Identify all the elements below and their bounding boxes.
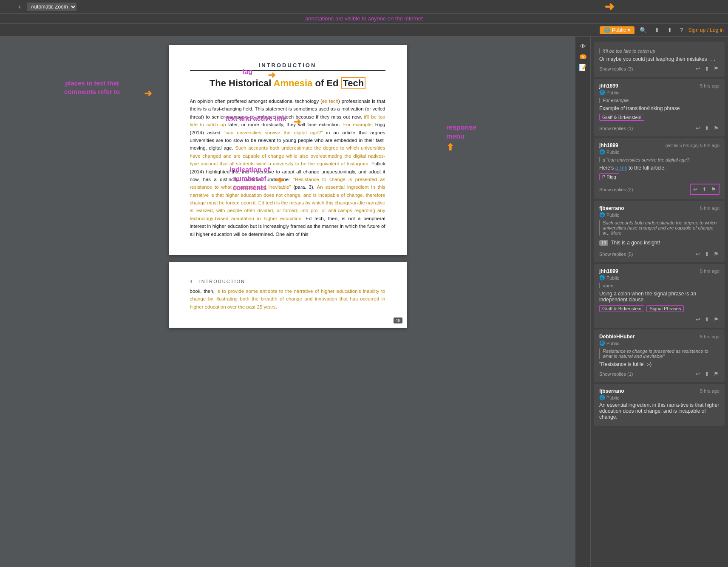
ann5-tags: Graff & Birkenstein Signal Phrases (599, 304, 720, 313)
ann1-action-buttons: ↩ ⬆ ⚑ (695, 65, 720, 73)
flag-btn-1[interactable]: ⚑ (713, 65, 720, 73)
show-replies-button-4[interactable]: Show replies (5) (599, 252, 633, 257)
search-icon-btn[interactable]: 🔍 (637, 26, 649, 34)
page2-header: 4 INTRODUCTION (190, 279, 385, 284)
ann7-time: 5 hrs ago (700, 388, 720, 394)
sidebar: 👁 5 📝 it'll be too late to catch up Or m… (575, 37, 728, 567)
pdf-area[interactable]: places in text thatcomments refer to ➜ I… (0, 37, 575, 567)
show-replies-button-6[interactable]: Show replies (1) (599, 371, 633, 377)
zoom-in-button[interactable]: + (15, 3, 24, 11)
intro-heading: INTRODUCTION (190, 62, 385, 68)
flag-btn-4[interactable]: ⚑ (713, 250, 720, 258)
zoom-select[interactable]: Automatic Zoom 50% 75% 100% (27, 3, 76, 11)
share-btn-4[interactable]: ⬆ (704, 250, 710, 258)
ann6-time: 5 hrs ago (700, 334, 720, 339)
globe-icon-3: 🌐 (599, 149, 605, 155)
ann4-action-buttons: ↩ ⬆ ⚑ (695, 250, 720, 258)
viewer-toolbar: − + Automatic Zoom 50% 75% 100% ➜ (0, 0, 728, 14)
ann4-time: 5 hrs ago (700, 206, 720, 211)
ann5-actions: – ↩ ⬆ ⚑ (599, 315, 720, 323)
ann3-link[interactable]: a link (615, 165, 627, 171)
ann2-tag-1[interactable]: Graff & Birkenstein (599, 114, 644, 121)
ann4-public-label: Public (606, 213, 619, 218)
title-amnesia: Amnesia (274, 78, 313, 88)
share-icon-btn[interactable]: ⬆ (652, 26, 662, 34)
signup-login-link[interactable]: Sign up / Log in (688, 27, 724, 33)
annotation-list[interactable]: it'll be too late to catch up Or maybe y… (591, 37, 728, 567)
hypothesis-topbar: 🌐 Public ▾ 🔍 ⬆ ⬆ ? Sign up / Log in (0, 24, 728, 37)
share-btn-6[interactable]: ⬆ (704, 370, 710, 378)
reply-btn-3[interactable]: ↩ (692, 185, 699, 193)
ann4-body: This is a good insight! (611, 240, 660, 246)
ann2-actions: Show replies (1) ↩ ⬆ ⚑ (599, 124, 720, 132)
digital-age-highlight: "can universities survive the digital ag… (224, 130, 323, 135)
public-icon: 🌐 (604, 27, 610, 33)
globe-icon-6: 🌐 (599, 340, 605, 346)
reply-btn-1[interactable]: ↩ (695, 65, 701, 73)
ann2-time: 5 hrs ago (700, 83, 720, 88)
reply-btn-5[interactable]: ↩ (695, 315, 701, 323)
share-btn-1[interactable]: ⬆ (704, 65, 710, 73)
title-start: The Historical (210, 78, 274, 88)
ann3-body: Here's a link to the full article. (599, 165, 720, 171)
ann3-edited: (edited 5 hrs ago) (666, 143, 699, 148)
ann2-action-buttons: ↩ ⬆ ⚑ (695, 124, 720, 132)
page2-highlight: is to provide some antidote to the narra… (190, 289, 385, 309)
note-icon-btn[interactable]: 📝 (577, 62, 589, 74)
ann3-user: jhh1899 (599, 142, 618, 148)
zoom-out-button[interactable]: − (3, 3, 12, 11)
annotation-count-badge: 5 (580, 54, 586, 59)
reply-btn-2[interactable]: ↩ (695, 124, 701, 132)
ann4-header: fjbserrano 5 hrs ago (599, 205, 720, 211)
flag-btn-5[interactable]: ⚑ (713, 315, 720, 323)
ann5-time: 5 hrs ago (700, 269, 720, 274)
share-btn-5[interactable]: ⬆ (704, 315, 710, 323)
annotation-visibility-text: annotations are visible to anyone on the… (305, 15, 423, 22)
top-arrow-indicator: ➜ (604, 0, 614, 14)
ann3-action-buttons-highlighted: ↩ ⬆ ⚑ (690, 184, 720, 195)
globe-icon-2: 🌐 (599, 90, 605, 95)
ann5-tag-2[interactable]: Signal Phrases (646, 305, 684, 312)
annotation-card-2: jhh1899 5 hrs ago 🌐 Public For example, … (594, 79, 725, 136)
public-label: Public (612, 27, 626, 33)
reply-btn-6[interactable]: ↩ (695, 370, 701, 378)
help-icon-btn[interactable]: ? (677, 26, 686, 34)
ann4-user: fjbserrano (599, 205, 624, 211)
ann3-public-label: Public (606, 150, 619, 155)
flag-btn-6[interactable]: ⚑ (713, 370, 720, 378)
ann5-tag-1[interactable]: Graff & Birkenstein (599, 305, 644, 312)
num-badge-13: 13 (599, 240, 608, 246)
ann2-public: 🌐 Public (599, 90, 720, 95)
public-dropdown-button[interactable]: 🌐 Public ▾ (600, 26, 635, 34)
ann4-body-row: 13 This is a good insight! (599, 238, 720, 247)
places-in-text-label: places in text thatcomments refer to ➜ (45, 79, 139, 96)
pdf-page-1: INTRODUCTION The Historical Amnesia of E… (169, 45, 407, 255)
globe-icon-4: 🌐 (599, 212, 605, 218)
eye-icon-btn[interactable]: 👁 (577, 40, 589, 52)
ann6-action-buttons: ↩ ⬆ ⚑ (695, 370, 720, 378)
page-1-container: places in text thatcomments refer to ➜ I… (169, 45, 407, 255)
upload-icon-btn[interactable]: ⬆ (665, 26, 675, 34)
ann5-action-buttons: ↩ ⬆ ⚑ (695, 315, 720, 323)
annotation-card-3: jhh1899 (edited 5 hrs ago) 5 hrs ago 🌐 P… (594, 138, 725, 199)
ann7-header: fjbserrano 5 hrs ago (599, 388, 720, 394)
ann6-quote: Resistance to change is presented as res… (599, 349, 720, 359)
ann3-tag-1[interactable]: P Rigg (599, 173, 619, 180)
flag-btn-3[interactable]: ⚑ (710, 185, 717, 193)
share-btn-3[interactable]: ⬆ (701, 185, 708, 193)
ann5-body: Using a colon when the signal phrase is … (599, 291, 720, 303)
page-body-text: An opinion often proffered amongst educa… (190, 97, 385, 238)
ann7-public: 🌐 Public (599, 395, 720, 400)
pdf-page-2: 4 INTRODUCTION book, then, is to provide… (169, 262, 407, 328)
show-replies-button-2[interactable]: Show replies (1) (599, 126, 633, 131)
show-replies-button-3[interactable]: Show replies (2) (599, 187, 633, 192)
essential-highlight: An essential ingredient in this narrativ… (190, 184, 385, 221)
ann6-user: DebbieHHuber (599, 334, 635, 340)
reply-btn-4[interactable]: ↩ (695, 250, 701, 258)
ann5-public-label: Public (606, 275, 619, 281)
flag-btn-2[interactable]: ⚑ (713, 124, 720, 132)
page-2-container: 4 INTRODUCTION book, then, is to provide… (169, 262, 407, 328)
show-replies-button-1[interactable]: Show replies (3) (599, 66, 633, 71)
tech-highlight: Tech (341, 77, 366, 89)
share-btn-2[interactable]: ⬆ (704, 124, 710, 132)
